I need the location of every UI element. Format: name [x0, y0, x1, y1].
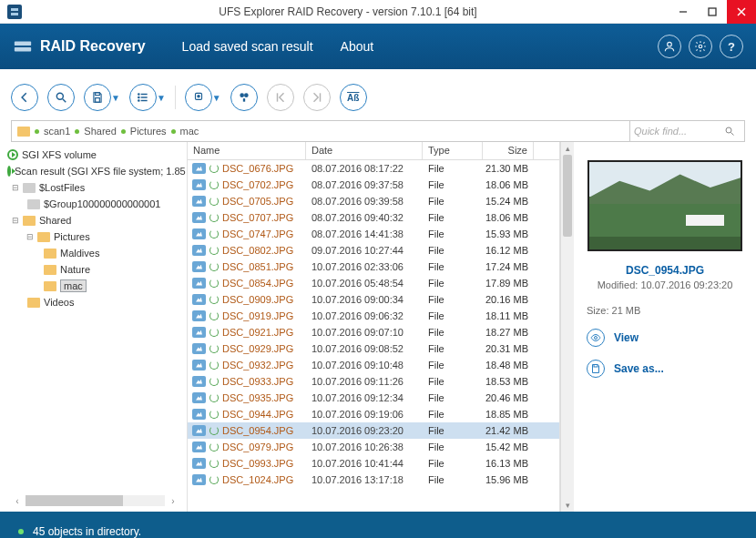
- breadcrumb-seg-1[interactable]: Shared: [84, 126, 116, 137]
- breadcrumb[interactable]: scan1 Shared Pictures mac Quick find...: [11, 120, 745, 142]
- file-row[interactable]: DSC_1024.JPG10.07.2016 13:17:18File15.96…: [188, 472, 559, 488]
- tree-pictures[interactable]: ⊟Pictures: [7, 229, 183, 244]
- svg-point-8: [699, 45, 702, 48]
- file-date: 10.07.2016 10:41:44: [306, 458, 423, 469]
- file-row[interactable]: DSC_0802.JPG09.07.2016 10:27:44File16.12…: [188, 242, 559, 259]
- settings-button[interactable]: [689, 35, 712, 58]
- recover-icon: [209, 279, 219, 288]
- file-size: 17.24 MB: [483, 261, 534, 272]
- file-row[interactable]: DSC_0707.JPG08.07.2016 09:40:32File18.06…: [188, 209, 559, 226]
- image-icon: [192, 392, 206, 403]
- tree-shared[interactable]: ⊟Shared: [7, 213, 183, 228]
- tree-volume[interactable]: SGI XFS volume: [7, 147, 183, 162]
- collapse-icon[interactable]: ⊟: [26, 232, 34, 241]
- file-row[interactable]: DSC_0851.JPG10.07.2016 02:33:06File17.24…: [188, 259, 559, 275]
- file-row[interactable]: DSC_0747.JPG08.07.2016 14:41:38File15.93…: [188, 226, 559, 242]
- file-row[interactable]: DSC_0702.JPG08.07.2016 09:37:58File18.06…: [188, 177, 559, 193]
- tree-videos[interactable]: Videos: [7, 295, 183, 310]
- maximize-button[interactable]: [698, 0, 727, 24]
- scroll-down-icon[interactable]: ▾: [561, 499, 574, 512]
- svg-point-21: [240, 93, 244, 97]
- collapse-icon[interactable]: ⊟: [11, 216, 19, 225]
- file-row[interactable]: DSC_0954.JPG10.07.2016 09:23:20File21.42…: [188, 422, 559, 439]
- file-row[interactable]: DSC_0676.JPG08.07.2016 08:17:22File21.30…: [188, 160, 559, 177]
- tree-hscroll[interactable]: ‹ ›: [11, 495, 179, 506]
- tree-mac[interactable]: mac: [7, 279, 183, 293]
- file-row[interactable]: DSC_0944.JPG10.07.2016 09:19:06File18.85…: [188, 406, 559, 422]
- file-date: 08.07.2016 08:17:22: [306, 163, 423, 174]
- tree-maldives[interactable]: Maldives: [7, 246, 183, 260]
- image-icon: [192, 278, 206, 289]
- close-button[interactable]: [727, 0, 756, 24]
- file-name: DSC_0954.JPG: [222, 425, 293, 436]
- tree-nature[interactable]: Nature: [7, 262, 183, 277]
- view-dropdown[interactable]: ▼: [157, 93, 166, 103]
- col-type[interactable]: Type: [423, 142, 483, 159]
- back-button[interactable]: [11, 84, 38, 111]
- collapse-icon[interactable]: ⊟: [11, 183, 19, 192]
- search-button[interactable]: [47, 84, 75, 111]
- find-button[interactable]: [230, 84, 258, 111]
- file-row[interactable]: DSC_0933.JPG10.07.2016 09:11:26File18.53…: [188, 373, 559, 390]
- raid-icon: [13, 36, 33, 56]
- saveas-action[interactable]: Save as...: [587, 360, 743, 378]
- image-icon: [192, 474, 206, 485]
- file-vscrollbar[interactable]: ▴ ▾: [560, 142, 574, 512]
- user-button[interactable]: [658, 35, 681, 58]
- recover-icon: [209, 246, 219, 255]
- file-type: File: [423, 261, 483, 272]
- minimize-button[interactable]: [669, 0, 698, 24]
- save-button[interactable]: [84, 84, 111, 111]
- breadcrumb-seg-2[interactable]: Pictures: [130, 126, 167, 137]
- tree-scan-result[interactable]: Scan result (SGI XFS file system; 1.85 G…: [7, 164, 183, 178]
- scroll-up-icon[interactable]: ▴: [561, 142, 574, 155]
- file-row[interactable]: DSC_0854.JPG10.07.2016 05:48:54File17.89…: [188, 275, 559, 291]
- breadcrumb-seg-0[interactable]: scan1: [44, 126, 70, 137]
- file-row[interactable]: DSC_0935.JPG10.07.2016 09:12:34File20.46…: [188, 390, 559, 406]
- col-name[interactable]: Name: [188, 142, 306, 159]
- scroll-left-icon[interactable]: ‹: [11, 496, 24, 506]
- help-button[interactable]: ?: [720, 35, 743, 58]
- list-view-button[interactable]: [129, 84, 157, 111]
- scrollbar-thumb[interactable]: [563, 155, 572, 237]
- scroll-right-icon[interactable]: ›: [167, 496, 179, 506]
- file-row[interactable]: DSC_0919.JPG10.07.2016 09:06:32File18.11…: [188, 308, 559, 324]
- image-icon: [192, 360, 206, 371]
- file-row[interactable]: DSC_0993.JPG10.07.2016 10:41:44File16.13…: [188, 455, 559, 472]
- svg-rect-12: [96, 98, 100, 103]
- quick-find-input[interactable]: Quick find...: [629, 121, 739, 141]
- preview-filename: DSC_0954.JPG: [587, 264, 743, 277]
- file-name: DSC_0979.JPG: [222, 442, 293, 452]
- file-row[interactable]: DSC_0921.JPG10.07.2016 09:07:10File18.27…: [188, 324, 559, 340]
- file-name: DSC_0854.JPG: [222, 278, 293, 289]
- image-icon: [192, 327, 206, 338]
- file-row[interactable]: DSC_0932.JPG10.07.2016 09:10:48File18.48…: [188, 357, 559, 373]
- tree-lostfiles[interactable]: ⊟$LostFiles: [7, 180, 183, 195]
- tree-group[interactable]: $Group100000000000001: [7, 197, 183, 211]
- menu-about[interactable]: About: [341, 39, 374, 54]
- file-size: 16.13 MB: [483, 458, 534, 469]
- svg-point-7: [668, 42, 672, 46]
- file-date: 08.07.2016 14:41:38: [306, 228, 423, 239]
- save-dropdown[interactable]: ▼: [111, 93, 120, 103]
- file-date: 10.07.2016 09:12:34: [306, 392, 423, 403]
- file-row[interactable]: DSC_0909.JPG10.07.2016 09:00:34File20.16…: [188, 291, 559, 308]
- col-date[interactable]: Date: [306, 142, 423, 159]
- file-row[interactable]: DSC_0929.JPG10.07.2016 09:08:52File20.31…: [188, 340, 559, 357]
- next-button[interactable]: [303, 84, 331, 111]
- file-row[interactable]: DSC_0705.JPG08.07.2016 09:39:58File15.24…: [188, 193, 559, 209]
- col-size[interactable]: Size: [483, 142, 534, 159]
- view-action[interactable]: View: [587, 329, 743, 347]
- menu-load-result[interactable]: Load saved scan result: [182, 39, 313, 54]
- file-type: File: [423, 163, 483, 174]
- breadcrumb-seg-3[interactable]: mac: [180, 126, 199, 137]
- volume-icon: [7, 166, 11, 177]
- filter-button[interactable]: [185, 84, 212, 111]
- prev-button[interactable]: [267, 84, 294, 111]
- file-date: 10.07.2016 13:17:18: [306, 474, 423, 485]
- image-icon: [192, 294, 206, 305]
- case-toggle-button[interactable]: Aß: [340, 84, 367, 111]
- file-row[interactable]: DSC_0979.JPG10.07.2016 10:26:38File15.42…: [188, 439, 559, 455]
- file-type: File: [423, 228, 483, 239]
- filter-dropdown[interactable]: ▼: [212, 93, 221, 103]
